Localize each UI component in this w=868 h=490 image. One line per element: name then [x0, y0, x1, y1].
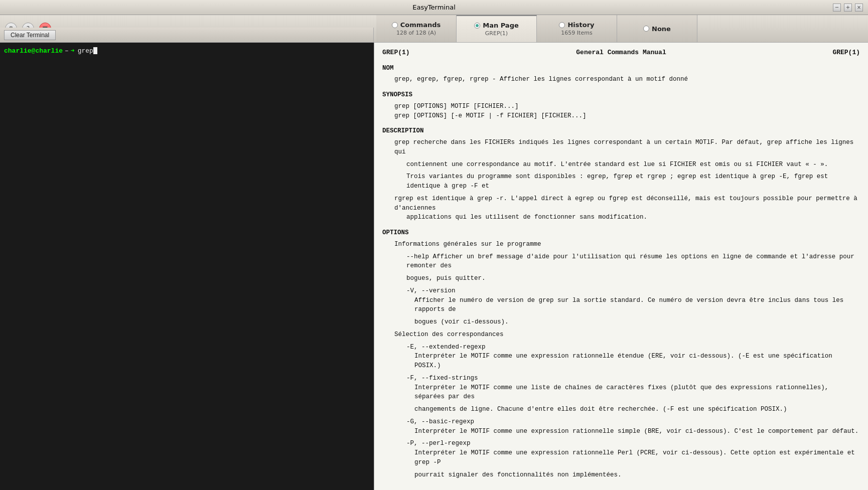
- close-button[interactable]: ×: [855, 4, 863, 12]
- man-header: GREP(1) General Commands Manual GREP(1): [382, 48, 860, 58]
- tab-sublabel-history: 1659 Items: [561, 30, 592, 36]
- options-E-desc: Interpréter le MOTIF comme une expressio…: [414, 352, 860, 371]
- options-P-flag: -P, --perl-regexp: [406, 439, 860, 448]
- section-title-options: OPTIONS: [382, 228, 860, 238]
- section-content-nom: grep, egrep, fgrep, rgrep - Afficher les…: [394, 75, 860, 84]
- options-E-flag: -E, --extended-regexp: [406, 343, 860, 352]
- man-section-description: DESCRIPTION grep recherche dans les FICH…: [382, 126, 860, 222]
- section-title-nom: NOM: [382, 64, 860, 73]
- tab-radio-history[interactable]: [559, 22, 565, 28]
- tab-history[interactable]: History1659 Items: [537, 15, 617, 42]
- options-help-b: bogues, puis quitter.: [406, 274, 860, 283]
- description-p2b: rgrep est identique à grep -r. L'appel d…: [394, 194, 860, 213]
- description-p2c: applications qui les utilisent de foncti…: [406, 213, 860, 222]
- terminal-prompt: charlie@charlie – ➜ grep: [4, 47, 370, 55]
- prompt-sep: –: [65, 47, 69, 55]
- synopsis-line2: grep [OPTIONS] [-e MOTIF | -f FICHIER] […: [394, 111, 860, 121]
- manpage-panel[interactable]: GREP(1) General Commands Manual GREP(1) …: [374, 43, 868, 490]
- options-help: --help Afficher un bref message d'aide p…: [406, 252, 860, 271]
- prompt-dollar: ➜: [71, 47, 75, 55]
- options-F-flag: -F, --fixed-strings: [406, 374, 860, 383]
- description-p1: grep recherche dans les FICHIERs indiqué…: [394, 138, 860, 157]
- cursor: [93, 47, 97, 54]
- terminal[interactable]: charlie@charlie – ➜ grep: [0, 43, 374, 490]
- tabs-area: Commands128 of 128 (A)Man PageGREP(1)His…: [376, 15, 868, 43]
- options-P-desc-b: pourrait signaler des fonctionnalités no…: [414, 470, 860, 480]
- maximize-button[interactable]: +: [844, 4, 852, 12]
- options-selection-header: Sélection des correspondances: [394, 330, 860, 340]
- man-header-left: GREP(1): [382, 48, 410, 58]
- main-content: charlie@charlie – ➜ grep GREP(1) General…: [0, 43, 868, 490]
- options-G-desc: Interpréter le MOTIF comme une expressio…: [414, 427, 860, 436]
- tab-manpage[interactable]: Man PageGREP(1): [457, 15, 537, 42]
- tab-label-manpage: Man Page: [483, 22, 519, 29]
- titlebar: EasyTerminal − + ×: [0, 0, 868, 15]
- prompt-command: grep: [78, 47, 93, 55]
- tab-radio-none[interactable]: [643, 26, 649, 32]
- options-version-desc-b: bogues (voir ci-dessous).: [414, 317, 860, 327]
- titlebar-controls: − + ×: [833, 4, 863, 12]
- tab-none[interactable]: None: [617, 15, 697, 42]
- description-p2: Trois variantes du programme sont dispon…: [406, 172, 860, 191]
- section-title-synopsis: SYNOPSIS: [382, 90, 860, 100]
- man-section-nom: NOM grep, egrep, fgrep, rgrep - Afficher…: [382, 64, 860, 85]
- options-P-desc: Interpréter le MOTIF comme une expressio…: [414, 448, 860, 467]
- tab-sublabel-commands: 128 of 128 (A): [396, 30, 436, 36]
- options-F-desc: Interpréter le MOTIF comme une liste de …: [414, 383, 860, 402]
- options-version-flag: -V, --version: [406, 286, 860, 296]
- options-F-desc-b: changements de ligne. Chacune d'entre el…: [414, 405, 860, 414]
- man-header-right: GREP(1): [832, 48, 860, 58]
- tab-sublabel-manpage: GREP(1): [485, 30, 508, 37]
- synopsis-line1: grep [OPTIONS] MOTIF [FICHIER...]: [394, 102, 860, 111]
- options-G-flag: -G, --basic-regexp: [406, 417, 860, 427]
- clear-terminal-button[interactable]: Clear Terminal: [4, 30, 56, 40]
- options-version-desc: Afficher le numéro de version de grep su…: [414, 296, 860, 315]
- prompt-user: charlie@charlie: [4, 47, 63, 55]
- titlebar-title: EasyTerminal: [412, 4, 456, 11]
- description-p1b: contiennent une correspondance au motif.…: [406, 160, 860, 170]
- tab-label-none: None: [652, 25, 671, 33]
- section-title-description: DESCRIPTION: [382, 126, 860, 136]
- tab-radio-commands[interactable]: [392, 22, 398, 28]
- tab-commands[interactable]: Commands128 of 128 (A): [376, 15, 457, 42]
- tab-radio-manpage[interactable]: [474, 23, 480, 29]
- man-section-synopsis: SYNOPSIS grep [OPTIONS] MOTIF [FICHIER..…: [382, 90, 860, 120]
- man-header-center: General Commands Manual: [576, 48, 666, 58]
- man-section-options: OPTIONS Informations générales sur le pr…: [382, 228, 860, 479]
- minimize-button[interactable]: −: [833, 4, 841, 12]
- clear-terminal-area: Clear Terminal: [0, 28, 374, 43]
- tab-label-commands: Commands: [400, 21, 441, 29]
- options-general-header: Informations générales sur le programme: [394, 240, 860, 249]
- tab-label-history: History: [567, 21, 594, 29]
